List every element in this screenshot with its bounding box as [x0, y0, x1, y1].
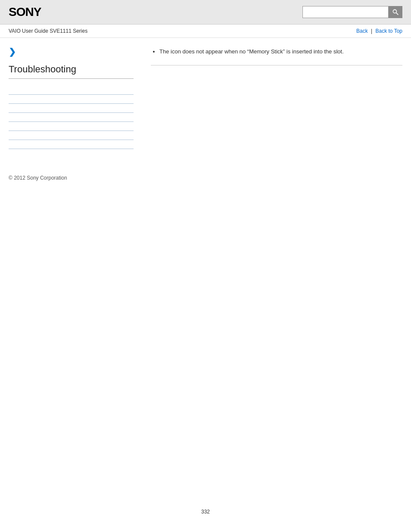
- sidebar: ❯ Troubleshooting: [9, 47, 142, 149]
- list-item: [9, 86, 134, 95]
- list-item: [9, 131, 134, 140]
- svg-point-0: [393, 9, 396, 13]
- list-item: [9, 104, 134, 113]
- breadcrumb-text: VAIO User Guide SVE1111 Series: [9, 28, 87, 34]
- main-content: ❯ Troubleshooting: [0, 38, 411, 158]
- section-title: Troubleshooting: [9, 64, 134, 79]
- list-item: [9, 140, 134, 149]
- list-item: [9, 122, 134, 131]
- back-to-top-link[interactable]: Back to Top: [376, 28, 402, 34]
- breadcrumb-bar: VAIO User Guide SVE1111 Series Back | Ba…: [0, 25, 411, 38]
- search-button[interactable]: [389, 6, 402, 18]
- content-divider: [151, 65, 402, 65]
- list-item: [9, 113, 134, 122]
- nav-links: Back | Back to Top: [356, 28, 402, 34]
- sony-logo: SONY: [9, 5, 41, 19]
- copyright-text: © 2012 Sony Corporation: [9, 175, 67, 181]
- page-number: 332: [193, 500, 218, 523]
- footer-copyright: © 2012 Sony Corporation: [0, 166, 411, 190]
- list-item: [9, 95, 134, 104]
- back-link[interactable]: Back: [356, 28, 368, 34]
- search-icon: [392, 9, 399, 16]
- search-area: [302, 6, 402, 18]
- chevron-icon: ❯: [9, 47, 134, 57]
- list-item: The icon does not appear when no “Memory…: [159, 47, 402, 56]
- sidebar-links: [9, 86, 134, 149]
- nav-separator: |: [371, 28, 372, 34]
- site-header: SONY: [0, 0, 411, 25]
- svg-line-1: [396, 13, 399, 15]
- content-area: The icon does not appear when no “Memory…: [142, 47, 402, 149]
- search-input[interactable]: [302, 6, 389, 18]
- content-list: The icon does not appear when no “Memory…: [151, 47, 402, 56]
